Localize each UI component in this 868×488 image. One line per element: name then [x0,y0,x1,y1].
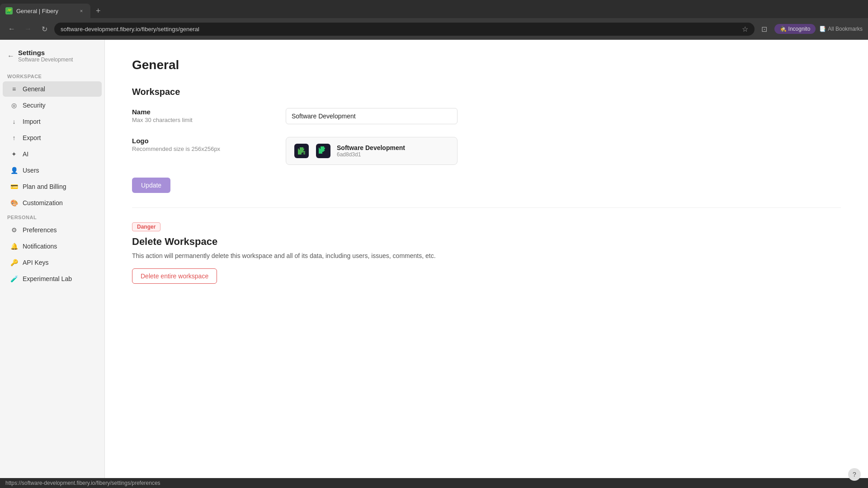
preferences-icon: ⚙ [10,226,18,234]
puzzle-svg [294,144,309,158]
logo-sublabel: Recommended size is 256x256px [132,145,268,152]
new-tab-button[interactable]: + [92,6,104,16]
sidebar-item-notifications[interactable]: 🔔 Notifications [3,239,102,254]
security-icon: ◎ [10,101,18,109]
bookmarks-label: All Bookmarks [828,26,863,32]
sidebar-item-experimental-lab-label: Experimental Lab [23,275,72,282]
sidebar-item-general-label: General [23,85,45,93]
name-sublabel: Max 30 characters limit [132,117,268,123]
sidebar-main-title: Settings [18,49,73,56]
delete-workspace-desc: This action will permanently delete this… [132,252,841,259]
app-body: ← Settings Software Development WORKSPAC… [0,40,868,478]
incognito-button[interactable]: 🕵 Incognito [774,24,816,34]
tab-favicon: 🧩 [5,7,13,14]
sidebar-item-customization-label: Customization [23,199,63,206]
reload-button[interactable]: ↻ [38,23,51,35]
browser-nav-bar: ← → ↻ software-development.fibery.io/fib… [0,18,868,40]
workspace-section-title: Workspace [132,87,841,97]
browser-chrome: 🧩 General | Fibery × + ← → ↻ software-de… [0,0,868,40]
name-label: Name [132,108,268,116]
sidebar: ← Settings Software Development WORKSPAC… [0,40,105,478]
browser-tab-active[interactable]: 🧩 General | Fibery × [0,4,90,18]
sidebar-title-group: Settings Software Development [18,49,73,63]
sidebar-item-export[interactable]: ↑ Export [3,130,102,145]
tab-bar: 🧩 General | Fibery × + [0,0,868,18]
sidebar-back-button[interactable]: ← [7,52,14,60]
logo-icon-2 [315,143,331,159]
export-icon: ↑ [10,134,18,142]
sidebar-item-experimental-lab[interactable]: 🧪 Experimental Lab [3,271,102,286]
name-input-group [286,108,458,124]
bookmarks-bar: 📑 All Bookmarks [819,26,863,32]
danger-zone: Danger Delete Workspace This action will… [132,222,841,284]
update-button[interactable]: Update [132,178,170,193]
customization-icon: 🎨 [10,199,18,207]
name-form-row: Name Max 30 characters limit [132,108,841,124]
bookmark-icon: 📑 [819,26,826,32]
forward-button[interactable]: → [22,23,34,35]
tab-close-button[interactable]: × [78,7,85,14]
help-button[interactable]: ? [848,468,861,481]
sidebar-item-plan-billing[interactable]: 💳 General Plan and Billing [3,179,102,194]
experimental-lab-icon: 🧪 [10,275,18,283]
sidebar-item-users-label: Users [23,167,39,174]
status-url: https://software-development.fibery.io/f… [5,480,160,486]
delete-workspace-title: Delete Workspace [132,236,841,248]
sidebar-item-preferences-label: Preferences [23,226,57,234]
delete-workspace-button[interactable]: Delete entire workspace [132,268,217,284]
layout-toggle-button[interactable]: ⊡ [758,23,771,35]
workspace-section-label: WORKSPACE [0,70,104,81]
address-text: software-development.fibery.io/fibery/se… [61,26,738,33]
sidebar-item-ai[interactable]: ✦ AI [3,146,102,162]
sidebar-item-notifications-label: Notifications [23,243,57,250]
danger-badge: Danger [132,222,160,231]
sidebar-item-customization[interactable]: 🎨 Customization [3,195,102,211]
sidebar-item-ai-label: AI [23,150,28,158]
incognito-icon: 🕵 [780,26,787,32]
tab-title: General | Fibery [16,8,74,14]
personal-section-label: PERSONAL [0,211,104,222]
sidebar-item-import[interactable]: ↓ Import [3,114,102,129]
bookmark-star-icon[interactable]: ☆ [742,25,748,33]
logo-form-row: Logo Recommended size is 256x256px [132,137,841,165]
sidebar-item-api-keys[interactable]: 🔑 API Keys [3,255,102,270]
logo-workspace-name: Software Development [337,144,405,151]
sidebar-item-users[interactable]: 👤 Users [3,163,102,178]
logo-label: Logo [132,137,268,145]
name-label-group: Name Max 30 characters limit [132,108,268,123]
page-title: General [132,58,841,72]
address-bar[interactable]: software-development.fibery.io/fibery/se… [54,23,755,36]
users-icon: 👤 [10,166,18,174]
sidebar-item-plan-billing-text: Plan and Billing [23,183,66,190]
notifications-icon: 🔔 [10,242,18,250]
sidebar-item-security[interactable]: ◎ Security [3,98,102,113]
logo-display: Software Development 6ad8d3d1 [286,137,458,165]
sidebar-item-import-label: Import [23,118,41,125]
sidebar-item-security-label: Security [23,102,46,109]
billing-icon: 💳 [10,183,18,191]
sidebar-subtitle: Software Development [18,56,73,63]
puzzle-svg-2 [316,144,330,158]
logo-icon [293,143,310,159]
ai-icon: ✦ [10,150,18,158]
sidebar-item-general[interactable]: ≡ General [3,81,102,97]
sidebar-item-api-keys-label: API Keys [23,259,49,266]
logo-text-group: Software Development 6ad8d3d1 [337,144,405,158]
import-icon: ↓ [10,117,18,126]
incognito-label: Incognito [788,26,811,32]
help-icon: ? [853,471,856,478]
section-divider [132,207,841,208]
workspace-name-input[interactable] [286,108,458,124]
logo-box: Software Development 6ad8d3d1 [286,137,458,165]
logo-label-group: Logo Recommended size is 256x256px [132,137,268,152]
logo-hash: 6ad8d3d1 [337,151,405,158]
back-button[interactable]: ← [5,23,18,35]
status-bar: https://software-development.fibery.io/f… [0,478,868,488]
sidebar-item-export-label: Export [23,134,41,141]
api-keys-icon: 🔑 [10,258,18,267]
sidebar-item-preferences[interactable]: ⚙ Preferences [3,222,102,238]
general-icon: ≡ [10,85,18,93]
sidebar-header: ← Settings Software Development [0,45,104,70]
main-content: General Workspace Name Max 30 characters… [105,40,868,478]
